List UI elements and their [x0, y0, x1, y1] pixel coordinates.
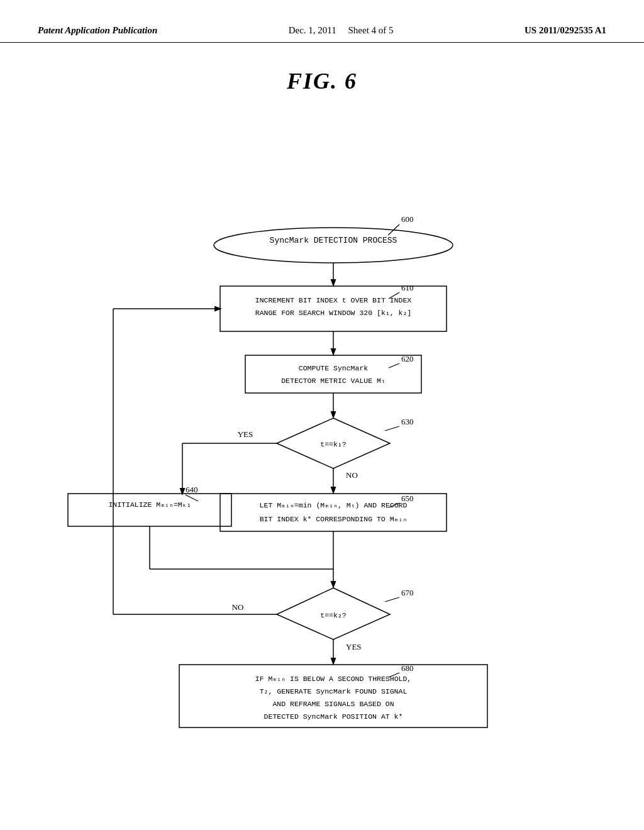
patent-number-label: US 2011/0292535 A1: [525, 25, 606, 36]
yes-label-1: YES: [238, 429, 253, 439]
box-610-text1: INCREMENT BIT INDEX t OVER BIT INDEX: [255, 296, 412, 304]
page-header: Patent Application Publication Dec. 1, 2…: [0, 0, 644, 43]
date-label: Dec. 1, 2011: [289, 25, 336, 35]
box-640: [68, 494, 231, 526]
box-610-text2: RANGE FOR SEARCH WINDOW 320 [k₁, k₂]: [255, 309, 412, 317]
flowchart-svg: 600 SyncMark DETECTION PROCESS 610 INCRE…: [0, 101, 644, 792]
ref-630: 630: [401, 417, 414, 426]
svg-line-3: [385, 426, 399, 431]
svg-line-2: [389, 363, 399, 368]
box-620-text2: DETECTOR METRIC VALUE Mₜ: [281, 377, 386, 385]
flowchart-container: 600 SyncMark DETECTION PROCESS 610 INCRE…: [0, 101, 644, 792]
box-680-text4: DETECTED SyncMark POSITION AT k*: [264, 712, 403, 721]
sheet-label: Sheet 4 of 5: [348, 25, 394, 35]
box-640-text1: INITIALIZE Mₘᵢₙ=Mₖ₁: [108, 501, 191, 509]
box-650-text2: BIT INDEX k* CORRESPONDING TO Mₘᵢₙ: [260, 515, 408, 523]
box-680-text2: T₂, GENERATE SyncMark FOUND SIGNAL: [260, 687, 408, 695]
no-label-2: NO: [232, 602, 244, 612]
start-node: [214, 228, 453, 263]
ref-640: 640: [186, 485, 198, 494]
box-620: [245, 355, 421, 393]
box-680-text1: IF Mₘᵢₙ IS BELOW A SECOND THRESHOLD,: [255, 675, 412, 683]
svg-line-6: [385, 597, 399, 602]
ref-670: 670: [401, 588, 414, 597]
publication-label: Patent Application Publication: [38, 25, 157, 36]
page: Patent Application Publication Dec. 1, 2…: [0, 0, 644, 830]
date-sheet-label: Dec. 1, 2011 Sheet 4 of 5: [289, 25, 394, 36]
box-680-text3: AND REFRAME SIGNALS BASED ON: [272, 700, 394, 708]
ref-610: 610: [401, 283, 414, 292]
diamond-670-text: t==k₂?: [320, 611, 347, 619]
figure-title: FIG. 6: [0, 68, 644, 94]
yes-label-2: YES: [346, 642, 362, 651]
diamond-630-text: t==k₁?: [320, 440, 347, 448]
ref-600: 600: [401, 214, 414, 224]
start-text: SyncMark DETECTION PROCESS: [270, 236, 397, 245]
box-650-text1: LET Mₘᵢₙ=min (Mₘᵢₙ, Mₜ) AND RECORD: [260, 501, 408, 509]
box-620-text1: COMPUTE SyncMark: [299, 364, 369, 372]
no-label-1: NO: [346, 470, 358, 480]
